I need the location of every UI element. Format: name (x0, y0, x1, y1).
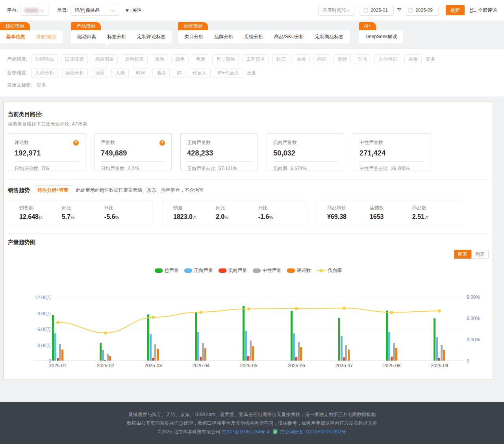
nav-tab-商品/SKU分析[interactable]: 商品/SKU分析 (269, 33, 309, 40)
bar-group (291, 297, 302, 361)
help-icon[interactable]: ? (159, 140, 165, 146)
filter-chip-功能功效[interactable]: 功能功效 (31, 54, 58, 64)
stat-card-sub-label: 日均评论数 (15, 166, 38, 171)
bar-group (434, 297, 445, 361)
filter-chip-包装[interactable]: 包装 (192, 54, 209, 64)
filter-chip-IP[interactable]: IP (173, 69, 185, 78)
icp-license-link[interactable]: 京ICP备15061734号-4 (222, 429, 269, 435)
stat-card-label: 正向声量数 (187, 139, 211, 146)
nav-tab-标签分析[interactable]: 标签分析 (102, 33, 132, 40)
more-link[interactable]: 更多 (37, 82, 46, 89)
stat-card: 正向声量数428,233正向声量占比57.121% (180, 133, 258, 170)
sales-metric: 销售额12.648亿 (19, 205, 62, 220)
stat-card-header: 正向声量数 (187, 139, 251, 146)
end-date-input[interactable]: 2025-09 (405, 5, 439, 16)
nav-tab-DeepSeek解读[interactable]: DeepSeek解读 (360, 33, 402, 40)
main-panel: 当前类目路径: 当前类目路径下去除无效评论: 4795条 评论数?192,971… (3, 101, 493, 380)
sales-metric-value: -1.6% (258, 213, 301, 220)
legend-item-负向声量[interactable]: 负向声量 (219, 267, 247, 274)
bar-负向声量 (57, 358, 59, 361)
start-date-input[interactable]: 2025-01 (360, 5, 394, 16)
sales-trend-title: 销售趋势 (8, 187, 30, 194)
line-dot-2025-04 (199, 311, 202, 314)
bar-正向声量 (245, 331, 247, 361)
filter-chip-人群分析[interactable]: 人群分析 (31, 68, 58, 78)
sales-metric-value: 2.51万 (412, 213, 455, 220)
nav-tab-品牌分析[interactable]: 品牌分析 (209, 33, 239, 40)
filter-chip-人体特征[interactable]: 人体特征 (374, 54, 401, 64)
filter-chip-品牌[interactable]: 品牌 (313, 54, 330, 64)
filter-chip-风格图案[interactable]: 风格图案 (91, 54, 118, 64)
sales-metric-value: 12.648亿 (19, 213, 62, 220)
filter-chip-原料材质[interactable]: 原料材质 (121, 54, 148, 64)
legend-item-总声量[interactable]: 总声量 (155, 267, 179, 274)
filter-chip-尺寸规格[interactable]: 尺寸规格 (212, 54, 239, 64)
platform-select[interactable] (20, 5, 48, 16)
bar-group (386, 297, 398, 361)
all-comments-button[interactable]: 全部评论 (470, 7, 497, 14)
filter-chip-地点[interactable]: 地点 (152, 68, 170, 78)
chevron-down-icon (40, 7, 44, 13)
filter-chip-美食[interactable]: 美食 (404, 54, 422, 64)
nav-tab-定制评论标签[interactable]: 定制评论标签 (132, 33, 171, 40)
sales-metric-label: 同比 (62, 205, 104, 211)
x-axis-label: 2025-07 (335, 363, 353, 368)
bar-负向声量 (200, 357, 202, 361)
filter-chip-场景[interactable]: 场景 (91, 68, 108, 78)
filter-chip-场景分析[interactable]: 场景分析 (61, 68, 88, 78)
filter-chip-IP+代言人[interactable]: IP+代言人 (214, 68, 243, 78)
month-group-2025-06: 2025-06 (272, 297, 320, 361)
filter-row-label: 自定义标签: (7, 82, 32, 89)
dimension-filter-panel: 产品维度:功能功效口味味道风格图案原料材质质地颜色包装尺寸规格工艺技术款式品类品… (0, 49, 504, 96)
bar-正向声量 (54, 333, 56, 361)
filter-chip-品类[interactable]: 品类 (293, 54, 310, 64)
legend-item-评论数[interactable]: 评论数 (287, 267, 311, 274)
more-link[interactable]: 更多 (426, 56, 435, 63)
gridline (34, 361, 463, 361)
toggle-列表[interactable]: 列表 (471, 250, 489, 259)
legend-color-swatch (287, 268, 295, 273)
filter-chip-时间[interactable]: 时间 (132, 68, 149, 78)
toggle-图表[interactable]: 图表 (454, 250, 471, 259)
footer-disclaimer-2: 数据由公开页面采集并汇总处理，数据口径和平台及其他机构有所不同，仅供参考，如有差… (0, 419, 504, 427)
bar-group (195, 297, 207, 361)
filter-chip-质地[interactable]: 质地 (151, 54, 168, 64)
help-icon[interactable]: ? (73, 140, 79, 146)
nav-tab-类目分析[interactable]: 类目分析 (179, 33, 209, 40)
filter-chip-人群[interactable]: 人群 (111, 68, 129, 78)
legend-item-正向声量[interactable]: 正向声量 (184, 267, 213, 274)
goto-analysis-button[interactable]: 前往分析+查看 (34, 185, 72, 195)
sales-metric-label: 环比 (258, 205, 301, 211)
more-link[interactable]: 更多 (247, 70, 256, 76)
period-type-value: 月度时间段 (322, 7, 346, 14)
filter-row: 自定义标签:更多 (7, 82, 497, 89)
legend-color-swatch (219, 268, 226, 273)
filter-chip-工艺技术[interactable]: 工艺技术 (242, 54, 269, 64)
nav-tab-定制商品标签[interactable]: 定制商品标签 (309, 33, 349, 40)
police-record-link[interactable]: 京公网安备 11010502037832号 (280, 429, 346, 435)
nav-tab-方面/观点[interactable]: 方面/观点 (31, 33, 62, 40)
filter-chip-型号[interactable]: 型号 (354, 54, 371, 64)
filter-chip-款式[interactable]: 款式 (272, 54, 289, 64)
filter-chip-形状[interactable]: 形状 (334, 54, 351, 64)
legend-item-中性声量[interactable]: 中性声量 (253, 267, 282, 274)
category-select[interactable]: 猫/狗保健品 (70, 5, 119, 16)
sales-metric: 商品数2.51万 (412, 205, 455, 220)
bar-负向声量 (247, 356, 249, 361)
filter-chip-代言人[interactable]: 代言人 (189, 68, 211, 78)
follow-button[interactable]: ♥ +关注 (126, 7, 142, 14)
footer-copyright-line: ©2025 北京淘幂科技有限公司 京ICP备15061734号-4 京公网安备 … (0, 427, 504, 437)
filter-chip-颜色[interactable]: 颜色 (171, 54, 189, 64)
x-axis-label: 2025-01 (49, 363, 67, 368)
legend-label: 负向率 (328, 267, 342, 274)
nav-tab-基本信息[interactable]: 基本信息 (1, 33, 31, 40)
nav-tab-驱动因素[interactable]: 驱动因素 (72, 33, 102, 40)
period-type-select[interactable]: 月度时间段 (318, 5, 354, 16)
bar-正向声量 (150, 334, 152, 361)
filter-chip-口味味道[interactable]: 口味味道 (61, 54, 88, 64)
legend-item-负向率[interactable]: 负向率 (317, 267, 342, 274)
confirm-button[interactable]: 确定 (446, 5, 465, 15)
stat-card: 负向声量数50,032负向率6.674% (267, 133, 344, 170)
bar-总声量 (291, 311, 293, 361)
nav-tab-店铺分析[interactable]: 店铺分析 (239, 33, 269, 40)
